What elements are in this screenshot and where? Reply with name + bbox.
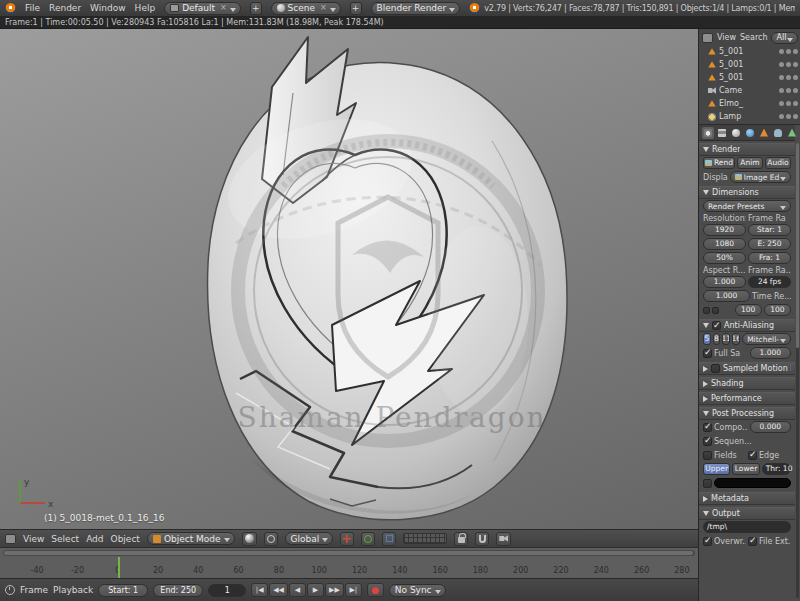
jump-to-start-button[interactable]: |◀ bbox=[251, 583, 268, 597]
play-reverse-button[interactable]: ◀ bbox=[289, 583, 306, 597]
filter-size-field[interactable]: 1.000 bbox=[750, 347, 792, 359]
tab-world[interactable] bbox=[744, 127, 756, 139]
record-button[interactable]: ● bbox=[367, 583, 384, 597]
panel-render-header[interactable]: Render bbox=[699, 143, 795, 156]
resolution-percentage-field[interactable]: 50% bbox=[703, 252, 746, 264]
select-restrict-icon[interactable] bbox=[786, 49, 791, 54]
render-restrict-icon[interactable] bbox=[793, 101, 798, 106]
menu-view[interactable]: View bbox=[23, 534, 44, 544]
edge-checkbox[interactable] bbox=[748, 451, 757, 460]
play-button[interactable]: ▶ bbox=[307, 583, 324, 597]
render-restrict-icon[interactable] bbox=[793, 88, 798, 93]
border-checkbox[interactable] bbox=[703, 307, 710, 314]
eye-icon[interactable] bbox=[779, 49, 784, 54]
orientation-dropdown[interactable]: Global bbox=[285, 532, 334, 545]
outliner-item[interactable]: 5_001 bbox=[699, 45, 800, 58]
outliner-item[interactable]: 5_001 bbox=[699, 58, 800, 71]
output-path-field[interactable]: /tmp\ bbox=[703, 521, 791, 533]
compositing-checkbox[interactable] bbox=[703, 423, 712, 432]
aa-samples-11-button[interactable]: 11 bbox=[722, 333, 730, 345]
helmet-model[interactable]: Shaman Pendragon bbox=[0, 29, 698, 529]
current-frame-cursor[interactable] bbox=[118, 557, 120, 578]
scrollbar-thumb[interactable] bbox=[4, 551, 693, 555]
render-engine-dropdown[interactable]: Blender Render bbox=[371, 2, 461, 15]
tab-data[interactable] bbox=[786, 127, 798, 139]
menu-frame[interactable]: Frame bbox=[20, 585, 48, 595]
aa-samples-5-button[interactable]: 5 bbox=[703, 333, 711, 345]
panel-post-processing-header[interactable]: Post Processing bbox=[699, 407, 795, 420]
fps-dropdown[interactable]: 24 fps bbox=[748, 276, 791, 288]
select-restrict-icon[interactable] bbox=[786, 114, 791, 119]
full-sample-checkbox[interactable] bbox=[703, 349, 712, 358]
screen-layout-dropdown[interactable]: Default bbox=[164, 2, 241, 15]
sync-dropdown[interactable]: No Sync bbox=[389, 584, 446, 597]
snap-dropdown[interactable] bbox=[475, 532, 489, 546]
resolution-x-field[interactable]: 1920 bbox=[703, 224, 746, 236]
add-scene-button[interactable]: + bbox=[350, 2, 362, 15]
mode-dropdown[interactable]: Object Mode bbox=[147, 532, 235, 545]
menu-playback[interactable]: Playback bbox=[53, 585, 93, 595]
sampled-motion-checkbox[interactable] bbox=[711, 364, 720, 373]
tab-render[interactable] bbox=[702, 127, 714, 139]
aa-filter-dropdown[interactable]: Mitchell- bbox=[742, 333, 791, 345]
panel-sampled-motion-header[interactable]: Sampled Motion Bl... bbox=[699, 362, 795, 375]
display-dropdown[interactable]: Image Ed bbox=[730, 171, 791, 183]
edge-color-swatch[interactable] bbox=[714, 478, 791, 488]
frame-end-field[interactable]: E: 250 bbox=[748, 238, 791, 250]
antialiasing-checkbox[interactable] bbox=[712, 321, 721, 330]
close-icon[interactable] bbox=[220, 4, 227, 12]
aa-samples-8-button[interactable]: 8 bbox=[713, 333, 721, 345]
select-restrict-icon[interactable] bbox=[786, 62, 791, 67]
render-restrict-icon[interactable] bbox=[793, 49, 798, 54]
scrollbar-thumb[interactable] bbox=[796, 143, 799, 348]
add-layout-button[interactable]: + bbox=[250, 2, 262, 15]
sequencer-checkbox[interactable] bbox=[703, 437, 712, 446]
edge-threshold-field[interactable]: Thr: 10 bbox=[762, 463, 791, 475]
close-icon[interactable] bbox=[320, 4, 327, 12]
select-restrict-icon[interactable] bbox=[786, 88, 791, 93]
select-restrict-icon[interactable] bbox=[786, 101, 791, 106]
eye-icon[interactable] bbox=[779, 88, 784, 93]
timeline-editor[interactable]: -40 -20 0 20 40 60 80 100 120 140 160 18… bbox=[0, 547, 698, 578]
expand-arrow-icon[interactable] bbox=[703, 366, 708, 372]
aa-samples-16-button[interactable]: 16 bbox=[732, 333, 740, 345]
menu-object[interactable]: Object bbox=[111, 534, 140, 544]
outliner-editor-icon[interactable] bbox=[702, 33, 713, 43]
render-button[interactable]: Rend bbox=[703, 157, 735, 169]
viewport-3d[interactable]: Shaman Pendragon x y (1) 5_0018-met_0.1_… bbox=[0, 29, 698, 529]
panel-antialiasing-header[interactable]: Anti-Aliasing bbox=[699, 319, 795, 332]
tab-scene[interactable] bbox=[730, 127, 742, 139]
jump-to-end-button[interactable]: ▶| bbox=[345, 583, 362, 597]
fields-upper-button[interactable]: Upper bbox=[703, 463, 730, 475]
expand-arrow-icon[interactable] bbox=[703, 190, 709, 195]
select-restrict-icon[interactable] bbox=[786, 75, 791, 80]
menu-render[interactable]: Render bbox=[49, 3, 81, 13]
viewport-shading-dropdown[interactable] bbox=[242, 532, 257, 546]
expand-arrow-icon[interactable] bbox=[703, 411, 709, 416]
render-restrict-icon[interactable] bbox=[793, 75, 798, 80]
eye-icon[interactable] bbox=[779, 75, 784, 80]
blender-logo-icon[interactable] bbox=[5, 3, 16, 14]
lock-button[interactable] bbox=[454, 532, 468, 546]
end-frame-field[interactable]: End: 250 bbox=[153, 584, 203, 597]
frame-step-field[interactable]: Fra: 1 bbox=[748, 252, 791, 264]
tab-object[interactable] bbox=[758, 127, 770, 139]
manipulator-scale-button[interactable] bbox=[382, 532, 396, 546]
frame-start-field[interactable]: Star: 1 bbox=[748, 224, 791, 236]
next-keyframe-button[interactable]: ▶▶ bbox=[325, 583, 344, 597]
panel-shading-header[interactable]: Shading bbox=[699, 377, 795, 390]
remap-old-field[interactable]: 100 bbox=[735, 304, 762, 316]
render-view-button[interactable] bbox=[496, 532, 511, 546]
expand-arrow-icon[interactable] bbox=[703, 381, 708, 387]
panel-dimensions-header[interactable]: Dimensions bbox=[699, 186, 795, 199]
expand-arrow-icon[interactable] bbox=[703, 147, 709, 152]
menu-help[interactable]: Help bbox=[135, 3, 156, 13]
panel-performance-header[interactable]: Performance bbox=[699, 392, 795, 405]
manipulator-translate-button[interactable] bbox=[340, 532, 354, 546]
crop-checkbox[interactable] bbox=[712, 307, 719, 314]
menu-outliner-search[interactable]: Search bbox=[740, 33, 767, 42]
file-extensions-checkbox[interactable] bbox=[748, 537, 757, 546]
menu-select[interactable]: Select bbox=[51, 534, 79, 544]
current-frame-field[interactable]: 1 bbox=[208, 584, 246, 597]
render-restrict-icon[interactable] bbox=[793, 114, 798, 119]
